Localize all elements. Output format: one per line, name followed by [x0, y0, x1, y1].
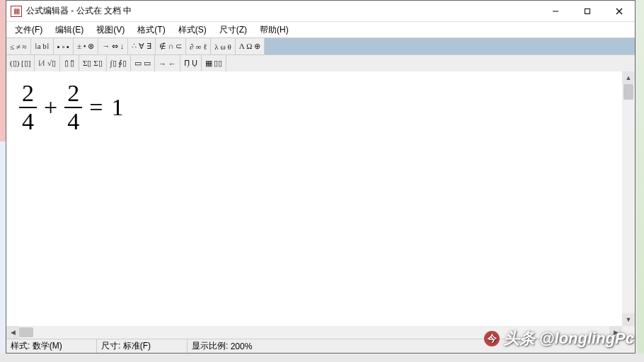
palette-greek-lower[interactable]: λ ω θ: [212, 40, 233, 54]
formula: 2 4 + 2 4 = 1: [19, 80, 609, 135]
hscroll-thumb[interactable]: [19, 327, 33, 337]
maximize-icon: [584, 8, 591, 15]
result-value: 1: [110, 94, 125, 121]
scroll-up-icon[interactable]: ▲: [622, 71, 635, 84]
plus-operator: +: [42, 94, 59, 121]
status-size: 尺寸: 标准(F): [97, 339, 188, 353]
scroll-corner: [622, 326, 635, 339]
app-window: ▦ 公式编辑器 - 公式在 文档 中 文件(F) 编辑(E) 视图(V) 格式(…: [6, 0, 636, 354]
close-icon: [616, 8, 623, 15]
template-toolbar: (▯) [▯] ⁞∕⁞ √▯ ▯̇ ▯̈ Σ▯ Σ▯ ∫▯ ∮▯ ▭ ▭ → ←…: [6, 54, 635, 71]
vscroll-track[interactable]: [622, 84, 635, 313]
template-products[interactable]: Π̣ Ụ: [182, 57, 200, 71]
status-style-value: 数学(M): [33, 340, 62, 352]
scroll-right-icon[interactable]: ▶: [609, 326, 622, 339]
window-title: 公式编辑器 - 公式在 文档 中: [26, 5, 132, 17]
status-zoom-value: 200%: [231, 341, 253, 351]
palette-arrows[interactable]: → ⇔ ↓: [100, 40, 126, 54]
app-icon: ▦: [11, 6, 22, 17]
template-fractions[interactable]: ⁞∕⁞ √▯: [36, 57, 58, 71]
fraction-1-numerator: 2: [19, 80, 37, 107]
template-integrals[interactable]: ∫▯ ∮▯: [108, 57, 130, 71]
status-size-value: 标准(F): [123, 340, 151, 352]
maximize-button[interactable]: [571, 1, 603, 21]
palette-relations[interactable]: ≤ ≠ ≈: [8, 40, 29, 54]
menubar: 文件(F) 编辑(E) 视图(V) 格式(T) 样式(S) 尺寸(Z) 帮助(H…: [6, 22, 635, 37]
status-style-label: 样式:: [11, 340, 30, 352]
palette-spaces[interactable]: ⁞a b⁞: [33, 40, 52, 54]
vscroll-thumb[interactable]: [623, 84, 633, 100]
vertical-scrollbar[interactable]: ▲ ▼: [622, 71, 635, 326]
template-summation[interactable]: Σ▯ Σ▯: [81, 57, 105, 71]
menu-help[interactable]: 帮助(H): [254, 23, 294, 37]
background-right-strip: [637, 0, 644, 354]
editor-area: 2 4 + 2 4 = 1 ▲ ▼ ◀: [6, 71, 635, 339]
fraction-1-denominator: 4: [19, 108, 37, 135]
status-style: 样式: 数学(M): [6, 339, 97, 353]
statusbar: 样式: 数学(M) 尺寸: 标准(F) 显示比例: 200%: [6, 339, 635, 353]
minimize-button[interactable]: [539, 1, 571, 21]
toolbar-filler-2: [226, 55, 635, 71]
symbol-toolbar: ≤ ≠ ≈ ⁞a b⁞ ▪ ▫ ▪ ± • ⊗ → ⇔ ↓ ∴ ∀ ∃ ∉ ∩ …: [6, 37, 635, 54]
menu-format[interactable]: 格式(T): [132, 23, 171, 37]
template-scripts[interactable]: ▯̇ ▯̈: [62, 57, 77, 71]
svg-rect-1: [585, 8, 590, 13]
palette-embellishments[interactable]: ▪ ▫ ▪: [55, 40, 71, 54]
close-button[interactable]: [603, 1, 635, 21]
minimize-icon: [552, 8, 559, 15]
equals-operator: =: [88, 94, 104, 121]
menu-edit[interactable]: 编辑(E): [50, 23, 89, 37]
palette-set-theory[interactable]: ∉ ∩ ⊂: [157, 40, 184, 54]
titlebar: ▦ 公式编辑器 - 公式在 文档 中: [6, 1, 635, 22]
menu-view[interactable]: 视图(V): [91, 23, 130, 37]
fraction-2-numerator: 2: [64, 80, 82, 107]
template-overbar[interactable]: ▭ ▭: [132, 57, 153, 71]
fraction-2-denominator: 4: [64, 108, 82, 135]
equation-canvas[interactable]: 2 4 + 2 4 = 1: [6, 71, 622, 326]
status-size-label: 尺寸:: [101, 340, 120, 352]
menu-size[interactable]: 尺寸(Z): [214, 23, 253, 37]
toolbar-filler-1: [265, 38, 635, 54]
palette-greek-upper[interactable]: Λ Ω ⊕: [237, 40, 263, 54]
palette-logic[interactable]: ∴ ∀ ∃: [130, 40, 154, 54]
template-matrices[interactable]: ▦ ▯▯: [203, 57, 225, 71]
menu-file[interactable]: 文件(F): [9, 23, 48, 37]
horizontal-scrollbar[interactable]: ◀ ▶: [6, 326, 622, 339]
menu-style[interactable]: 样式(S): [173, 23, 212, 37]
fraction-1: 2 4: [19, 80, 37, 135]
status-zoom: 显示比例: 200%: [188, 339, 635, 353]
scroll-left-icon[interactable]: ◀: [6, 326, 19, 339]
background-left-strip: [0, 0, 6, 354]
fraction-2: 2 4: [64, 80, 82, 135]
palette-misc[interactable]: ∂ ∞ ℓ: [188, 40, 209, 54]
template-fences[interactable]: (▯) [▯]: [8, 57, 33, 71]
scroll-down-icon[interactable]: ▼: [622, 313, 635, 326]
palette-operators[interactable]: ± • ⊗: [75, 40, 96, 54]
template-long-arrows[interactable]: → ←: [156, 57, 178, 71]
hscroll-track[interactable]: [19, 326, 609, 339]
status-zoom-label: 显示比例:: [192, 340, 228, 352]
